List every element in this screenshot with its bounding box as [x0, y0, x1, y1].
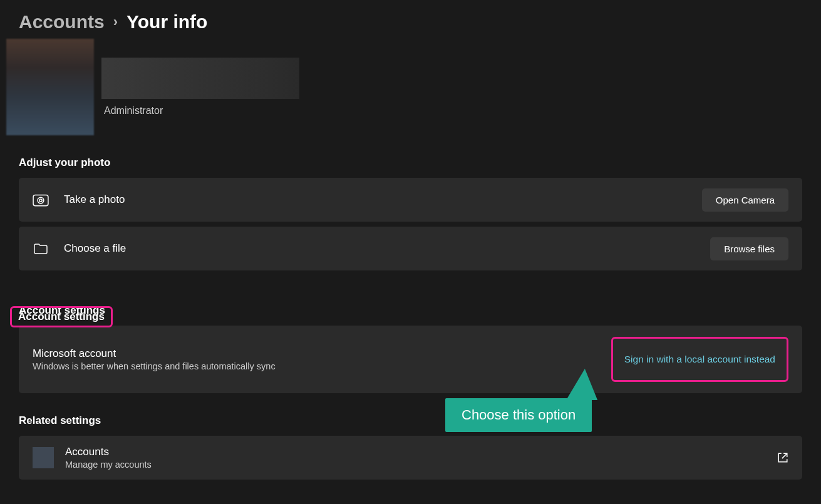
- avatar: [6, 39, 94, 135]
- microsoft-account-label: Microsoft account: [33, 347, 276, 360]
- user-role: Administrator: [101, 105, 299, 116]
- choose-file-label: Choose a file: [64, 242, 126, 255]
- breadcrumb-parent[interactable]: Accounts: [19, 11, 105, 33]
- microsoft-account-sub: Windows is better when settings and file…: [33, 361, 276, 371]
- adjust-photo-title: Adjust your photo: [19, 157, 802, 169]
- user-name-redacted: [101, 58, 299, 99]
- breadcrumb-current: Your info: [127, 11, 207, 33]
- profile-info: Administrator: [101, 58, 299, 116]
- take-photo-row: Take a photo Open Camera: [19, 178, 802, 222]
- sign-in-local-link[interactable]: Sign in with a local account instead: [624, 354, 775, 365]
- accounts-thumb-icon: [33, 447, 54, 468]
- svg-rect-0: [33, 195, 48, 205]
- account-settings-title: Account settings: [19, 304, 802, 317]
- browse-files-button[interactable]: Browse files: [710, 237, 788, 260]
- svg-point-2: [39, 199, 42, 202]
- chevron-right-icon: ›: [113, 14, 118, 30]
- accounts-label: Accounts: [65, 446, 152, 458]
- folder-icon: [33, 242, 49, 255]
- microsoft-account-row: Microsoft account Windows is better when…: [19, 326, 802, 393]
- external-link-icon: [777, 452, 788, 463]
- take-photo-label: Take a photo: [64, 193, 125, 206]
- open-camera-button[interactable]: Open Camera: [702, 188, 788, 212]
- accounts-link-row[interactable]: Accounts Manage my accounts: [19, 436, 802, 480]
- annotation-callout: Choose this option: [445, 398, 592, 432]
- camera-icon: [33, 193, 49, 207]
- svg-point-1: [38, 197, 44, 203]
- accounts-sub: Manage my accounts: [65, 460, 152, 470]
- profile-header: Administrator: [0, 39, 821, 135]
- breadcrumb: Accounts › Your info: [0, 0, 821, 39]
- choose-file-row: Choose a file Browse files: [19, 227, 802, 270]
- annotation-highlight-action: Sign in with a local account instead: [611, 337, 788, 382]
- related-settings-title: Related settings: [19, 414, 802, 427]
